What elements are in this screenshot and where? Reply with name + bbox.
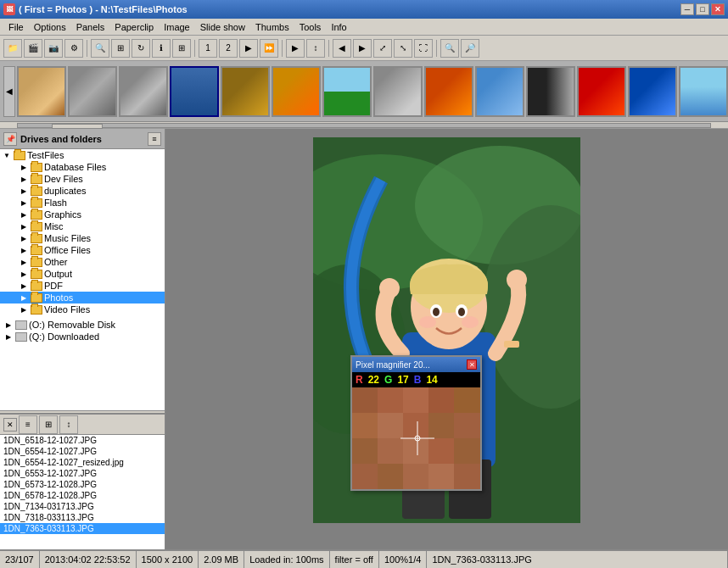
anim-button[interactable]: ▶ (239, 39, 258, 58)
expand-drive-q[interactable]: ▶ (3, 331, 14, 342)
expand-9[interactable]: ▶ (19, 269, 29, 279)
expand-3[interactable]: ▶ (19, 198, 29, 208)
drive-o[interactable]: ▶ (O:) Removable Disk (0, 319, 165, 331)
zoom-out[interactable]: 🔎 (461, 39, 479, 58)
menu-panels[interactable]: Panels (71, 20, 110, 34)
maximize-button[interactable]: □ (696, 3, 709, 15)
thumbnail-2[interactable] (68, 66, 117, 117)
expand-drive-o[interactable]: ▶ (3, 320, 14, 330)
detail-view-button[interactable]: ⊞ (39, 415, 58, 434)
fullscreen-button[interactable]: ⛶ (414, 39, 433, 58)
thumbnail-12[interactable] (577, 66, 626, 117)
panel-menu-button[interactable]: ≡ (148, 132, 161, 146)
grid-button[interactable]: ⊞ (172, 39, 191, 58)
file-item-8[interactable]: 1DN_7363-033113.JPG (0, 523, 165, 534)
pin-icon[interactable]: 📌 (3, 132, 17, 146)
expand-10[interactable]: ▶ (19, 281, 29, 291)
file-list[interactable]: 1DN_6518-12-1027.JPG 1DN_6554-12-1027.JP… (0, 435, 165, 549)
tree-item-12[interactable]: ▶ Video Files (0, 303, 165, 315)
tree-item-2[interactable]: ▶ duplicates (0, 185, 165, 197)
file-item-2[interactable]: 1DN_6554-12-1027_resized.jpg (0, 457, 165, 468)
scroll-thumb[interactable] (52, 124, 103, 129)
thumbnail-7[interactable] (322, 66, 372, 117)
tree-item-1[interactable]: ▶ Dev Files (0, 173, 165, 185)
tree-item-7[interactable]: ▶ Office Files (0, 244, 165, 256)
anim2-button[interactable]: ⏩ (260, 39, 278, 58)
menu-paperclip[interactable]: Paperclip (109, 20, 159, 34)
thumbnail-10[interactable] (475, 66, 524, 117)
rotate-cw[interactable]: ↻ (132, 39, 150, 58)
tree-item-9[interactable]: ▶ Output (0, 268, 165, 280)
tree-item-4[interactable]: ▶ Graphics (0, 209, 165, 220)
next-button[interactable]: ▶ (353, 39, 372, 58)
menu-thumbs[interactable]: Thumbs (250, 20, 294, 34)
thumbnail-5[interactable] (221, 66, 270, 117)
page-2[interactable]: 2 (219, 39, 238, 58)
expand-1[interactable]: ▶ (19, 174, 29, 184)
page-1[interactable]: 1 (199, 39, 217, 58)
tree-item-0[interactable]: ▶ Database Files (0, 161, 165, 173)
fit-button[interactable]: ⊞ (111, 39, 130, 58)
expand-12[interactable]: ▶ (19, 304, 29, 315)
file-item-3[interactable]: 1DN_6553-12-1027.JPG (0, 468, 165, 479)
expand-root[interactable]: ▼ (2, 150, 12, 160)
shrink-button[interactable]: ⤡ (394, 39, 412, 58)
expand-8[interactable]: ▶ (19, 257, 29, 267)
tree-root[interactable]: ▼ TestFiles (0, 149, 165, 161)
menu-slideshow[interactable]: Slide show (195, 20, 250, 34)
tree-item-8[interactable]: ▶ Other (0, 256, 165, 268)
thumbnail-4[interactable] (170, 66, 219, 117)
thumbnail-3[interactable] (119, 66, 168, 117)
menu-file[interactable]: File (3, 20, 29, 34)
close-panel-button[interactable]: ✕ (3, 418, 17, 432)
list-view-button[interactable]: ≡ (19, 415, 37, 434)
updown-button[interactable]: ↕ (306, 39, 325, 58)
expand-11[interactable]: ▶ (19, 292, 29, 303)
thumbnail-8[interactable] (373, 66, 423, 117)
file-item-7[interactable]: 1DN_7318-033113.JPG (0, 512, 165, 523)
expand-6[interactable]: ▶ (19, 233, 29, 243)
folder-tree[interactable]: ▼ TestFiles ▶ Database Files ▶ Dev Files… (0, 149, 165, 410)
menu-image[interactable]: Image (159, 20, 195, 34)
expand-4[interactable]: ▶ (19, 209, 29, 220)
file-item-1[interactable]: 1DN_6554-12-1027.JPG (0, 446, 165, 457)
minimize-button[interactable]: ─ (680, 3, 694, 15)
thumb-prev[interactable]: ◀ (3, 66, 15, 117)
thumbnail-14[interactable] (679, 66, 728, 117)
thumb-scrollbar[interactable] (0, 122, 728, 129)
expand-2[interactable]: ▶ (19, 186, 29, 196)
thumbnail-9[interactable] (424, 66, 473, 117)
scroll-track[interactable] (17, 123, 711, 128)
play-button[interactable]: ▶ (286, 39, 305, 58)
menu-options[interactable]: Options (29, 20, 71, 34)
close-button[interactable]: ✕ (711, 3, 725, 15)
expand-7[interactable]: ▶ (19, 245, 29, 255)
file-item-6[interactable]: 1DN_7134-031713.JPG (0, 501, 165, 512)
expand-5[interactable]: ▶ (19, 221, 29, 231)
scan-button[interactable]: 🔍 (91, 39, 109, 58)
sort-button[interactable]: ↕ (59, 415, 78, 434)
thumbnail-11[interactable] (526, 66, 575, 117)
video-button[interactable]: 🎬 (24, 39, 42, 58)
file-item-0[interactable]: 1DN_6518-12-1027.JPG (0, 435, 165, 446)
thumbnail-13[interactable] (628, 66, 677, 117)
tree-item-11[interactable]: ▶ Photos (0, 292, 165, 303)
zoom-in[interactable]: 🔍 (440, 39, 459, 58)
magnifier-title-bar[interactable]: Pixel magnifier 20... ✕ (352, 357, 480, 372)
expand-button[interactable]: ⤢ (373, 39, 392, 58)
thumbnail-1[interactable] (17, 66, 66, 117)
menu-info[interactable]: Info (326, 20, 351, 34)
tree-item-3[interactable]: ▶ Flash (0, 197, 165, 209)
drive-q[interactable]: ▶ (Q:) Downloaded (0, 331, 165, 342)
tree-item-5[interactable]: ▶ Misc (0, 220, 165, 232)
info-button[interactable]: ℹ (152, 39, 171, 58)
magnifier-close-button[interactable]: ✕ (467, 359, 477, 370)
file-item-4[interactable]: 1DN_6573-12-1028.JPG (0, 479, 165, 490)
menu-tools[interactable]: Tools (294, 20, 327, 34)
thumbnail-6[interactable] (272, 66, 321, 117)
prev-button[interactable]: ◀ (333, 39, 351, 58)
settings-button[interactable]: ⚙ (64, 39, 83, 58)
camera-button[interactable]: 📷 (44, 39, 63, 58)
tree-item-10[interactable]: ▶ PDF (0, 280, 165, 292)
open-button[interactable]: 📁 (3, 39, 22, 58)
